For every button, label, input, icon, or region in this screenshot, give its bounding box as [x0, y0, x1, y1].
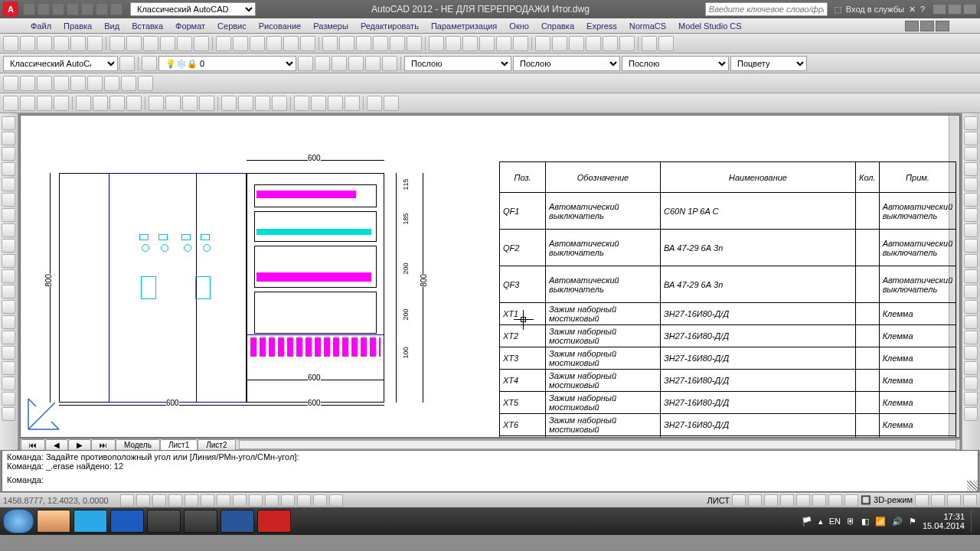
tab-sheet2[interactable]: Лист2: [198, 439, 235, 451]
layer-tool-icon[interactable]: [298, 56, 313, 71]
gear-icon[interactable]: [119, 56, 135, 71]
toolbar-button[interactable]: [160, 36, 175, 51]
status-tool-button[interactable]: [748, 494, 762, 507]
modify-tool-icon[interactable]: [964, 346, 978, 360]
draw-tool-icon[interactable]: [2, 392, 15, 406]
taskbar-skype-icon[interactable]: [74, 510, 107, 533]
status-toggle-button[interactable]: [217, 494, 230, 507]
maximize-button[interactable]: [948, 4, 962, 15]
menu-normacs[interactable]: NormaCS: [629, 21, 666, 31]
toolbar-button[interactable]: [479, 36, 495, 51]
taskbar-chrome-icon[interactable]: [147, 510, 181, 533]
status-toggle-button[interactable]: [281, 494, 295, 507]
draw-tool-icon[interactable]: [2, 346, 15, 360]
custom-tool-icon[interactable]: [3, 96, 18, 111]
status-toggle-button[interactable]: [313, 494, 327, 507]
help-icon[interactable]: ?: [920, 5, 925, 14]
custom-tool-icon[interactable]: [272, 96, 287, 111]
command-window[interactable]: Команда: Задайте противоположный угол ил…: [2, 450, 978, 492]
draw-tool-icon[interactable]: [2, 162, 15, 176]
custom-tool-icon[interactable]: [20, 96, 35, 111]
taskbar-explorer-icon[interactable]: [37, 510, 70, 533]
file-tool-icon[interactable]: [121, 76, 136, 91]
close-button[interactable]: [963, 4, 977, 15]
status-tool-button[interactable]: [764, 494, 778, 507]
draw-tool-icon[interactable]: [2, 361, 15, 375]
layer-tool-icon[interactable]: [382, 56, 397, 71]
tray-icon[interactable]: ⛨: [847, 517, 855, 526]
custom-tool-icon[interactable]: [76, 96, 91, 111]
status-toggle-button[interactable]: [152, 494, 166, 507]
toolbar-button[interactable]: [143, 36, 158, 51]
toolbar-button[interactable]: [429, 36, 444, 51]
draw-tool-icon[interactable]: [2, 377, 15, 390]
custom-tool-icon[interactable]: [367, 96, 382, 111]
status-tool-button[interactable]: [828, 494, 842, 507]
modify-tool-icon[interactable]: [964, 361, 978, 375]
tab-model[interactable]: Модель: [116, 439, 160, 451]
file-tool-icon[interactable]: [37, 76, 52, 91]
cmd-prompt[interactable]: Команда:: [7, 475, 973, 484]
tab-sheet1[interactable]: Лист1: [160, 439, 198, 451]
toolbar-button[interactable]: [37, 36, 52, 51]
status-tool-button[interactable]: [844, 494, 858, 507]
tray-icon[interactable]: ⚑: [909, 517, 916, 527]
toolbar-button[interactable]: [513, 36, 528, 51]
menu-modify[interactable]: Редактировать: [361, 21, 419, 31]
resize-grip-icon[interactable]: [967, 481, 978, 491]
toolbar-button[interactable]: [70, 36, 86, 51]
custom-tool-icon[interactable]: [109, 96, 125, 111]
lang-indicator[interactable]: EN: [829, 517, 841, 526]
tray-network-icon[interactable]: 📶: [875, 517, 886, 527]
file-tool-icon[interactable]: [20, 76, 35, 91]
custom-tool-icon[interactable]: [255, 96, 270, 111]
tab-nav-last[interactable]: ⏭: [91, 439, 116, 451]
qat-undo-icon[interactable]: [96, 3, 108, 15]
status-toggle-button[interactable]: [297, 494, 311, 507]
file-tool-icon[interactable]: [138, 76, 153, 91]
tray-volume-icon[interactable]: 🔊: [892, 517, 903, 527]
status-toggle-button[interactable]: [201, 494, 214, 507]
toolbar-button[interactable]: [407, 36, 422, 51]
menu-window[interactable]: Окно: [509, 21, 529, 31]
modify-tool-icon[interactable]: [964, 392, 978, 406]
layer-tool-icon[interactable]: [315, 56, 330, 71]
modify-tool-icon[interactable]: [964, 223, 978, 237]
qat-saveas-icon[interactable]: [67, 3, 79, 15]
modify-tool-icon[interactable]: [964, 162, 978, 176]
status-tool-button[interactable]: [812, 494, 826, 507]
modify-tool-icon[interactable]: [964, 269, 978, 283]
custom-tool-icon[interactable]: [221, 96, 237, 111]
toolbar-button[interactable]: [658, 36, 674, 51]
status-tool-button[interactable]: [796, 494, 810, 507]
toolbar-button[interactable]: [619, 36, 635, 51]
status-toggle-button[interactable]: [120, 494, 134, 507]
draw-tool-icon[interactable]: [2, 254, 15, 268]
toolbar-button[interactable]: [54, 36, 69, 51]
toolbar-button[interactable]: [283, 36, 299, 51]
menu-parametric[interactable]: Параметризация: [431, 21, 497, 31]
scrollbar-h[interactable]: [239, 440, 957, 449]
toolbar-button[interactable]: [266, 36, 282, 51]
toolbar-button[interactable]: [3, 36, 18, 51]
qat-new-icon[interactable]: [23, 3, 35, 15]
modify-tool-icon[interactable]: [964, 208, 978, 222]
status-tool-button[interactable]: [780, 494, 794, 507]
qat-open-icon[interactable]: [38, 3, 50, 15]
file-tool-icon[interactable]: [104, 76, 119, 91]
qat-save-icon[interactable]: [52, 3, 64, 15]
qat-redo-icon[interactable]: [110, 3, 122, 15]
layer-tool-icon[interactable]: [365, 56, 381, 71]
status-toggle-button[interactable]: [136, 494, 150, 507]
custom-tool-icon[interactable]: [165, 96, 181, 111]
doc-close-button[interactable]: [936, 21, 949, 31]
menu-insert[interactable]: Вставка: [132, 21, 163, 31]
toolbar-button[interactable]: [496, 36, 511, 51]
menu-view[interactable]: Вид: [104, 21, 119, 31]
tab-nav-prev[interactable]: ◀: [45, 439, 68, 451]
modify-tool-icon[interactable]: [964, 331, 978, 344]
menu-edit[interactable]: Правка: [64, 21, 92, 31]
modify-tool-icon[interactable]: [964, 178, 978, 191]
modify-tool-icon[interactable]: [964, 116, 978, 130]
custom-tool-icon[interactable]: [328, 96, 343, 111]
